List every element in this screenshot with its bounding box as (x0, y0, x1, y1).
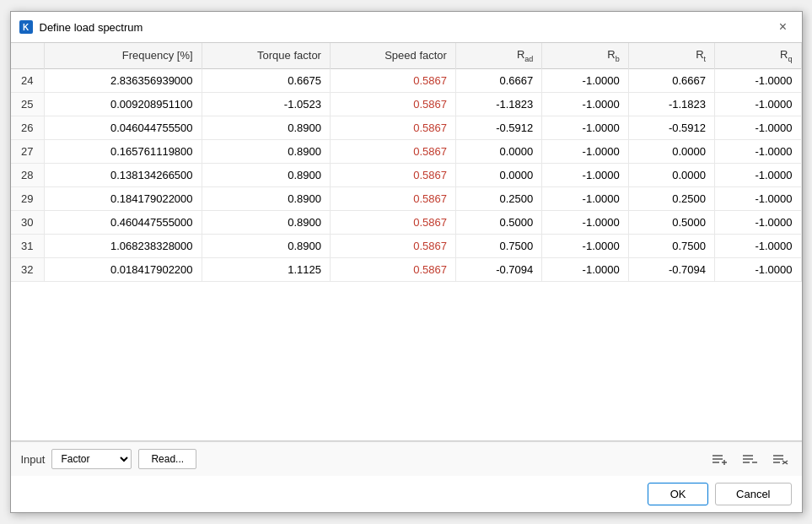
cell-torque: 1.1125 (202, 257, 330, 281)
dialog-window: K Define load spectrum × Frequency [%] T… (10, 11, 803, 513)
input-label: Input (21, 453, 46, 466)
cell-rb: -1.0000 (542, 257, 628, 281)
col-header-rq: Rq (715, 43, 801, 68)
cell-torque: 0.8900 (202, 139, 330, 163)
cell-rq: -1.0000 (715, 139, 801, 163)
col-header-torque: Torque factor (202, 43, 330, 68)
cell-frequency: 1.068238328000 (45, 234, 202, 257)
cell-rb: -1.0000 (542, 116, 628, 139)
cell-rq: -1.0000 (715, 163, 801, 186)
table-header-row: Frequency [%] Torque factor Speed factor… (11, 43, 802, 68)
read-button[interactable]: Read... (138, 449, 196, 469)
footer-right (707, 450, 792, 468)
cell-rt: 0.0000 (628, 163, 714, 186)
title-bar: K Define load spectrum × (11, 12, 802, 43)
cell-torque: 0.6675 (202, 68, 330, 92)
col-header-rt: Rt (628, 43, 714, 68)
cell-rq: -1.0000 (715, 68, 801, 92)
table-row: 32 0.018417902200 1.1125 0.5867 -0.7094 … (11, 257, 802, 281)
cell-torque: 0.8900 (202, 163, 330, 186)
cell-rq: -1.0000 (715, 116, 801, 139)
input-select[interactable]: FactorAbsolute (51, 449, 132, 469)
cell-num: 25 (11, 92, 45, 116)
close-button[interactable]: × (773, 17, 793, 37)
cell-rad: -0.5912 (455, 116, 541, 139)
cell-rb: -1.0000 (542, 92, 628, 116)
cell-rad: 0.6667 (455, 68, 541, 92)
cell-rad: -0.7094 (455, 257, 541, 281)
cell-num: 30 (11, 210, 45, 234)
cell-rad: 0.7500 (455, 234, 541, 257)
cell-rt: 0.6667 (628, 68, 714, 92)
cell-speed: 0.5867 (330, 210, 455, 234)
col-header-num (11, 43, 45, 68)
cell-frequency: 0.018417902200 (45, 257, 202, 281)
cell-torque: -1.0523 (202, 92, 330, 116)
cell-torque: 0.8900 (202, 116, 330, 139)
remove-row-button[interactable] (738, 450, 761, 468)
table-row: 26 0.046044755500 0.8900 0.5867 -0.5912 … (11, 116, 802, 139)
cell-num: 32 (11, 257, 45, 281)
load-spectrum-table: Frequency [%] Torque factor Speed factor… (11, 43, 802, 282)
cancel-button[interactable]: Cancel (715, 483, 791, 505)
col-header-speed: Speed factor (330, 43, 455, 68)
cell-rad: 0.0000 (455, 139, 541, 163)
table-row: 28 0.138134266500 0.8900 0.5867 0.0000 -… (11, 163, 802, 186)
add-row-icon (711, 452, 728, 466)
cell-rad: 0.2500 (455, 186, 541, 210)
cell-speed: 0.5867 (330, 116, 455, 139)
cell-torque: 0.8900 (202, 210, 330, 234)
remove-row-icon (741, 452, 758, 466)
cell-rad: -1.1823 (455, 92, 541, 116)
app-icon: K (19, 20, 33, 34)
cell-speed: 0.5867 (330, 139, 455, 163)
col-header-rb: Rb (542, 43, 628, 68)
cell-rq: -1.0000 (715, 186, 801, 210)
cell-rt: -0.7094 (628, 257, 714, 281)
cell-rb: -1.0000 (542, 139, 628, 163)
dialog-title: Define load spectrum (40, 21, 143, 34)
table-container: Frequency [%] Torque factor Speed factor… (11, 43, 802, 441)
cell-rt: -1.1823 (628, 92, 714, 116)
cell-frequency: 0.009208951100 (45, 92, 202, 116)
table-row: 31 1.068238328000 0.8900 0.5867 0.7500 -… (11, 234, 802, 257)
cell-num: 28 (11, 163, 45, 186)
cell-rt: -0.5912 (628, 116, 714, 139)
table-row: 29 0.184179022000 0.8900 0.5867 0.2500 -… (11, 186, 802, 210)
cell-frequency: 0.460447555000 (45, 210, 202, 234)
table-row: 27 0.165761119800 0.8900 0.5867 0.0000 -… (11, 139, 802, 163)
cell-speed: 0.5867 (330, 234, 455, 257)
cell-num: 31 (11, 234, 45, 257)
footer-bar: Input FactorAbsolute Read... (11, 441, 802, 476)
cell-rq: -1.0000 (715, 234, 801, 257)
cell-rb: -1.0000 (542, 186, 628, 210)
add-row-button[interactable] (707, 450, 731, 468)
cell-rt: 0.5000 (628, 210, 714, 234)
cell-rq: -1.0000 (715, 92, 801, 116)
cell-rb: -1.0000 (542, 163, 628, 186)
table-row: 30 0.460447555000 0.8900 0.5867 0.5000 -… (11, 210, 802, 234)
table-body: 24 2.836356939000 0.6675 0.5867 0.6667 -… (11, 68, 802, 281)
cell-speed: 0.5867 (330, 186, 455, 210)
cell-frequency: 0.138134266500 (45, 163, 202, 186)
title-bar-left: K Define load spectrum (19, 20, 143, 34)
cell-num: 24 (11, 68, 45, 92)
clear-rows-icon (772, 452, 788, 466)
cell-rq: -1.0000 (715, 257, 801, 281)
table-row: 25 0.009208951100 -1.0523 0.5867 -1.1823… (11, 92, 802, 116)
cell-frequency: 0.165761119800 (45, 139, 202, 163)
cell-speed: 0.5867 (330, 92, 455, 116)
cell-rq: -1.0000 (715, 210, 801, 234)
cell-frequency: 0.184179022000 (45, 186, 202, 210)
col-header-rad: Rad (455, 43, 541, 68)
ok-button[interactable]: OK (648, 483, 708, 505)
cell-speed: 0.5867 (330, 68, 455, 92)
col-header-frequency: Frequency [%] (45, 43, 202, 68)
cell-speed: 0.5867 (330, 257, 455, 281)
cell-num: 29 (11, 186, 45, 210)
cell-speed: 0.5867 (330, 163, 455, 186)
cell-rad: 0.5000 (455, 210, 541, 234)
cell-rb: -1.0000 (542, 68, 628, 92)
clear-rows-button[interactable] (768, 450, 792, 468)
cell-torque: 0.8900 (202, 186, 330, 210)
